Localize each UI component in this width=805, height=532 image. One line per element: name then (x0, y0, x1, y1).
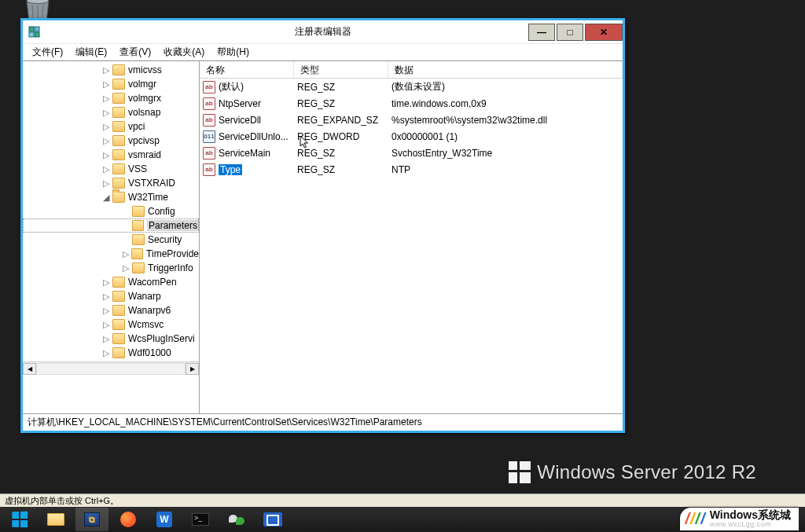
tree-item[interactable]: Config (23, 204, 199, 218)
tree-item[interactable]: ▷volmgr (23, 77, 199, 91)
taskbar-wps[interactable]: W (148, 508, 181, 531)
expand-icon[interactable]: ▷ (101, 79, 111, 90)
tree-item[interactable]: ▷WacomPen (23, 275, 199, 289)
expand-icon[interactable]: ▷ (101, 277, 111, 288)
regedit-icon (28, 25, 42, 39)
menu-view[interactable]: 查看(V) (113, 44, 157, 61)
expand-icon[interactable]: ▷ (121, 263, 130, 273)
maximize-button[interactable]: □ (557, 24, 583, 41)
tree-item-label: TimeProvide (146, 248, 199, 259)
tree-item[interactable]: ▷Wanarp (23, 289, 199, 303)
folder-icon (47, 513, 64, 526)
expand-icon[interactable]: ▷ (101, 108, 111, 118)
start-button[interactable] (3, 508, 36, 531)
column-name[interactable]: 名称 (200, 61, 294, 78)
menu-file[interactable]: 文件(F) (26, 44, 69, 61)
tree-item[interactable]: ▷Wanarpv6 (23, 303, 199, 317)
column-type[interactable]: 类型 (294, 61, 388, 78)
reg-string-icon: ab (203, 97, 215, 110)
expand-icon[interactable]: ▷ (101, 94, 111, 104)
menu-favorites[interactable]: 收藏夹(A) (157, 44, 211, 61)
expand-icon[interactable]: ▷ (101, 65, 111, 75)
svg-rect-6 (29, 32, 34, 37)
tree-item[interactable]: ▷vsmraid (23, 148, 199, 162)
tree-item[interactable]: ▷VSS (23, 162, 199, 176)
tree-item-label: Wanarp (128, 291, 161, 302)
expand-icon[interactable]: ▷ (121, 249, 130, 259)
tree-item-label: VSTXRAID (128, 178, 175, 189)
tree-item[interactable]: ▷volsnap (23, 105, 199, 119)
folder-icon (112, 178, 125, 189)
tree-item[interactable]: ▷TimeProvide (23, 247, 199, 261)
value-data: (数值未设置) (391, 80, 623, 94)
expand-icon[interactable]: ▷ (101, 320, 111, 330)
column-data[interactable]: 数据 (388, 61, 623, 78)
menu-edit[interactable]: 编辑(E) (69, 44, 113, 61)
folder-icon (112, 64, 125, 75)
tree-item[interactable]: ▷Wcmsvc (23, 317, 199, 332)
value-data: NTP (391, 164, 623, 175)
server-branding: Windows Server 2012 R2 (509, 461, 756, 483)
svg-rect-5 (35, 27, 39, 31)
list-header: 名称 类型 数据 (200, 61, 623, 79)
collapse-icon[interactable]: ◢ (101, 193, 111, 203)
tree-item[interactable]: ◢W32Time (23, 190, 199, 204)
tree-h-scrollbar[interactable]: ◀ ▶ (23, 361, 199, 375)
folder-icon (132, 234, 145, 245)
expand-icon[interactable]: ▷ (101, 164, 111, 174)
expand-icon[interactable]: ▷ (101, 306, 111, 316)
taskbar-vmware[interactable]: ⧉ (75, 508, 108, 531)
list-row[interactable]: 011ServiceDllUnlo...REG_DWORD0x00000001 … (200, 128, 623, 145)
folder-icon (112, 347, 125, 358)
folder-icon (112, 291, 125, 302)
close-button[interactable]: ✕ (585, 24, 623, 41)
list-row[interactable]: abServiceMainREG_SZSvchostEntry_W32Time (200, 145, 623, 161)
expand-icon[interactable]: ▷ (101, 150, 111, 160)
tree-pane[interactable]: ▷vmicvss▷volmgr▷volmgrx▷volsnap▷vpci▷vpc… (23, 61, 200, 413)
taskbar-wechat[interactable] (220, 508, 253, 531)
svg-point-0 (27, 0, 49, 4)
tree-item-label: volmgrx (128, 93, 161, 104)
titlebar[interactable]: 注册表编辑器 — □ ✕ (23, 20, 623, 44)
statusbar: 计算机\HKEY_LOCAL_MACHINE\SYSTEM\CurrentCon… (23, 413, 623, 431)
folder-icon (112, 319, 125, 330)
expand-icon[interactable]: ▷ (101, 348, 111, 358)
tree-item[interactable]: ▷Wdf01000 (23, 346, 199, 360)
value-name: ServiceDll (219, 115, 297, 126)
folder-icon (112, 333, 125, 344)
list-row[interactable]: ab(默认)REG_SZ(数值未设置) (200, 79, 623, 95)
tree-item[interactable]: ▷VSTXRAID (23, 176, 199, 190)
reg-string-icon: ab (203, 81, 215, 94)
tree-item[interactable]: ▷volmgrx (23, 91, 199, 105)
expand-icon[interactable]: ▷ (101, 136, 111, 146)
tree-item-label: Wanarpv6 (128, 305, 171, 316)
scroll-track[interactable] (36, 363, 186, 375)
scroll-right-button[interactable]: ▶ (186, 363, 199, 375)
tree-item[interactable]: Parameters (23, 218, 199, 233)
taskbar-cmd[interactable]: >_ (184, 508, 217, 531)
expand-icon[interactable]: ▷ (101, 178, 111, 189)
menu-help[interactable]: 帮助(H) (211, 44, 255, 61)
tree-item[interactable]: Security (23, 233, 199, 247)
expand-icon[interactable]: ▷ (101, 122, 111, 132)
list-row[interactable]: abNtpServerREG_SZtime.windows.com,0x9 (200, 95, 623, 112)
expand-icon[interactable]: ▷ (101, 292, 111, 302)
taskbar-remote[interactable] (256, 508, 289, 531)
value-data: time.windows.com,0x9 (391, 98, 623, 109)
expand-icon[interactable]: ▷ (101, 334, 111, 344)
list-row[interactable]: abTypeREG_SZNTP (200, 161, 623, 178)
svg-rect-4 (29, 27, 34, 31)
tree-item[interactable]: ▷vpcivsp (23, 134, 199, 148)
list-row[interactable]: abServiceDllREG_EXPAND_SZ%systemroot%\sy… (200, 112, 623, 128)
folder-icon (131, 248, 143, 259)
list-body[interactable]: ab(默认)REG_SZ(数值未设置)abNtpServerREG_SZtime… (200, 79, 623, 413)
tree-item[interactable]: ▷WcsPlugInServi (23, 332, 199, 346)
tree-item[interactable]: ▷vpci (23, 119, 199, 134)
minimize-button[interactable]: — (528, 24, 555, 41)
taskbar-firefox[interactable] (112, 508, 145, 531)
tree-item[interactable]: ▷TriggerInfo (23, 261, 199, 275)
scroll-left-button[interactable]: ◀ (23, 363, 36, 375)
tree-item-label: Wcmsvc (128, 319, 164, 330)
tree-item[interactable]: ▷vmicvss (23, 63, 199, 77)
taskbar-explorer[interactable] (39, 508, 72, 531)
